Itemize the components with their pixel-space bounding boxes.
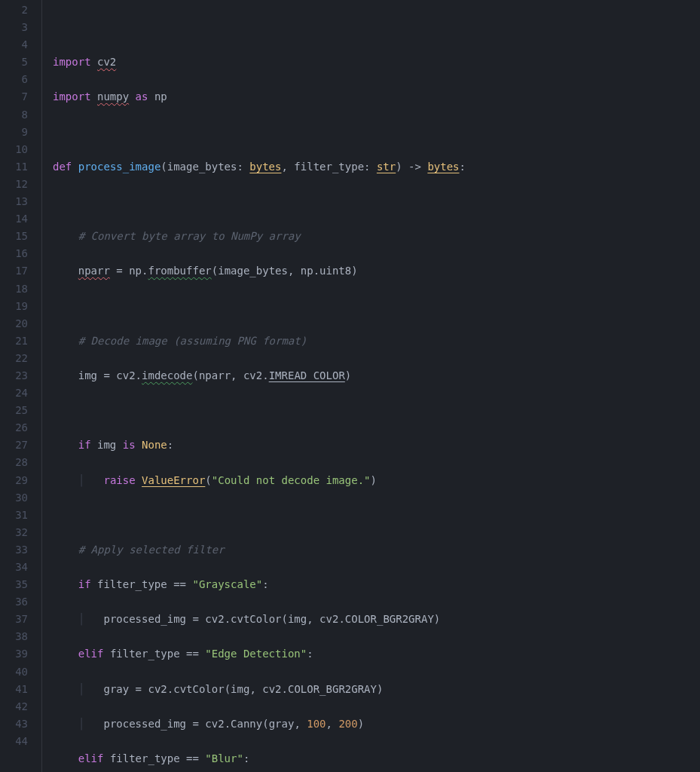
code-line[interactable]: img = cv2.imdecode(nparr, cv2.IMREAD_COL… [53,367,700,384]
line-number: 33 [0,541,28,559]
cv2c: cv2 [205,613,224,625]
string: "Blur" [205,752,243,764]
code-line[interactable]: │ gray = cv2.cvtColor(img, cv2.COLOR_BGR… [53,681,700,698]
cv2d: cv2 [319,613,338,625]
code-line[interactable]: │ processed_img = cv2.Canny(gray, 100, 2… [53,715,700,733]
line-number: 17 [0,262,28,280]
line-number: 20 [0,315,28,332]
keyword-if: if [78,578,91,590]
line-number: 12 [0,176,28,193]
keyword-def: def [53,161,72,173]
line-number: 8 [0,106,28,124]
arg: img [231,683,249,695]
arg: img [288,613,307,625]
method: cvtColor [231,613,281,625]
method-frombuffer: frombuffer [148,265,211,277]
line-number: 5 [0,54,28,71]
arg: gray [269,718,295,730]
cv2f: cv2 [262,683,281,695]
var: filter_type [97,578,167,590]
line-number: 10 [0,141,28,158]
line-number: 11 [0,158,28,176]
line-number: 39 [0,645,28,663]
const-imread-color: IMREAD_COLOR [269,369,345,381]
line-number: 31 [0,507,28,524]
var-img: img [78,369,97,381]
method: cvtColor [173,683,224,695]
line-number: 7 [0,88,28,106]
line-number: 4 [0,36,28,54]
code-line[interactable] [53,507,700,524]
var-img: img [97,439,116,451]
keyword-raise: raise [103,474,135,486]
line-number: 14 [0,210,28,228]
code-line[interactable] [53,19,700,36]
code-line[interactable] [53,124,700,141]
line-number: 25 [0,402,28,419]
comment: # Decode image (assuming PNG format) [78,335,307,347]
line-number: 15 [0,228,28,245]
line-number: 3 [0,19,28,36]
code-line[interactable]: elif filter_type == "Blur": [53,750,700,767]
keyword-import: import [53,90,91,103]
var: processed_img [103,613,186,625]
line-number: 2 [0,2,28,19]
keyword-import: import [53,56,91,68]
var: processed_img [103,718,186,730]
string: "Edge Detection" [205,648,307,660]
code-line[interactable]: def process_image(image_bytes: bytes, fi… [53,158,700,176]
code-line[interactable]: # Convert byte array to NumPy array [53,228,700,245]
code-editor[interactable]: import cv2 import numpy as np def proces… [41,0,700,772]
comment: # Apply selected filter [78,544,225,556]
type-bytes: bytes [249,161,281,173]
line-number: 38 [0,628,28,645]
number: 200 [338,718,357,730]
var: filter_type [110,648,180,660]
line-number: 44 [0,733,28,750]
line-number: 30 [0,489,28,507]
code-line[interactable]: │ raise ValueError("Could not decode ima… [53,472,700,489]
code-line[interactable]: # Apply selected filter [53,541,700,559]
np: np [129,265,142,277]
line-number: 35 [0,576,28,593]
code-line[interactable] [53,402,700,419]
method-imdecode: imdecode [142,369,192,381]
code-line[interactable]: # Decode image (assuming PNG format) [53,332,700,350]
function-name: process_image [78,161,161,173]
string: "Could not decode image." [212,474,371,486]
code-line[interactable] [53,193,700,210]
line-number: 41 [0,681,28,698]
line-number: 27 [0,437,28,454]
code-line[interactable]: if img is None: [53,437,700,454]
line-number: 13 [0,193,28,210]
keyword-as: as [136,90,148,103]
code-line[interactable]: import numpy as np [53,88,700,106]
code-line[interactable]: import cv2 [53,54,700,71]
string: "Grayscale" [192,578,262,590]
line-number: 26 [0,419,28,437]
code-line[interactable]: │ processed_img = cv2.cvtColor(img, cv2.… [53,611,700,628]
var-gray: gray [103,683,129,695]
code-line[interactable]: nparr = np.frombuffer(image_bytes, np.ui… [53,262,700,280]
type-bytes: bytes [427,161,459,173]
alias-np: np [154,90,167,103]
module-cv2: cv2 [97,56,116,68]
param: filter_type [294,161,364,173]
method: Canny [231,718,262,730]
exc-valueerror: ValueError [142,474,205,486]
const: COLOR_BGR2GRAY [345,613,434,625]
param: image_bytes [167,161,237,173]
line-number: 40 [0,663,28,681]
line-number: 18 [0,280,28,298]
code-line[interactable]: if filter_type == "Grayscale": [53,576,700,593]
arg: image_bytes [218,265,288,277]
code-line[interactable]: elif filter_type == "Edge Detection": [53,645,700,663]
line-number: 34 [0,559,28,576]
line-number: 28 [0,454,28,471]
var-nparr: nparr [78,265,110,277]
code-line[interactable] [53,298,700,315]
line-number: 23 [0,367,28,384]
line-number: 24 [0,384,28,402]
cv2: cv2 [116,369,135,381]
cv2g: cv2 [205,718,224,730]
